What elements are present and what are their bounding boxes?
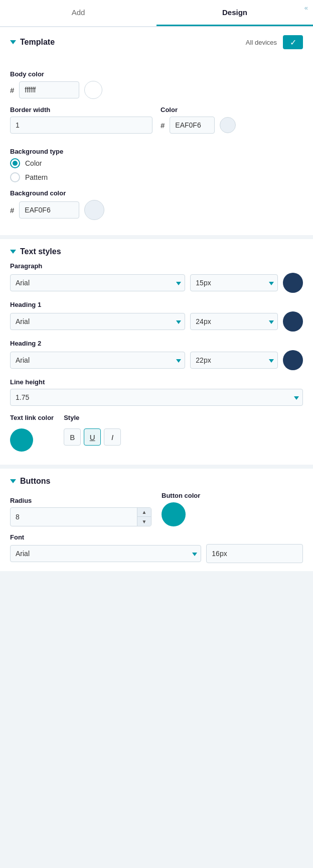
bg-type-color-label: Color bbox=[25, 159, 42, 167]
radius-down-button[interactable]: ▼ bbox=[137, 517, 151, 526]
paragraph-style-row: Arial 15px bbox=[10, 273, 303, 293]
heading1-font-select[interactable]: Arial bbox=[10, 313, 185, 330]
bg-type-pattern-label: Pattern bbox=[25, 173, 48, 181]
button-color-swatch[interactable] bbox=[162, 502, 186, 526]
text-styles-title-left: Text styles bbox=[10, 247, 61, 256]
border-color-hash: # bbox=[161, 121, 165, 130]
radius-stepper-btns: ▲ ▼ bbox=[137, 508, 151, 526]
border-width-input[interactable] bbox=[10, 117, 152, 134]
bg-type-color-option[interactable]: Color bbox=[10, 158, 303, 168]
border-color-swatch[interactable] bbox=[220, 117, 236, 133]
heading2-font-wrapper: Arial bbox=[10, 352, 185, 369]
style-label: Style bbox=[64, 414, 121, 421]
template-section-header: Template All devices ✓ bbox=[10, 35, 303, 49]
bg-type-color-radio[interactable] bbox=[10, 158, 20, 168]
body-color-swatch[interactable] bbox=[84, 81, 102, 99]
back-button[interactable]: « bbox=[299, 0, 313, 16]
template-title: Template bbox=[20, 38, 55, 47]
bg-type-radio-group: Color Pattern bbox=[10, 158, 303, 182]
font-select-wrapper: Arial bbox=[10, 545, 201, 562]
tab-add[interactable]: Add bbox=[0, 0, 156, 26]
body-color-input[interactable] bbox=[19, 81, 79, 98]
border-color-col: Color # bbox=[161, 106, 303, 141]
buttons-chevron-icon[interactable] bbox=[10, 479, 16, 483]
font-size-row: Arial ▲ ▼ bbox=[10, 544, 303, 563]
heading1-size-wrapper: 24px bbox=[190, 313, 278, 330]
radius-up-button[interactable]: ▲ bbox=[137, 508, 151, 517]
text-link-label: Text link color bbox=[10, 414, 54, 421]
paragraph-color-swatch[interactable] bbox=[283, 273, 303, 293]
text-styles-chevron-icon[interactable] bbox=[10, 250, 16, 254]
bg-color-input[interactable] bbox=[19, 201, 79, 219]
template-section: Template All devices ✓ Body color # bbox=[0, 27, 313, 235]
paragraph-font-select[interactable]: Arial bbox=[10, 274, 185, 291]
bg-color-hash: # bbox=[10, 206, 14, 214]
font-select[interactable]: Arial bbox=[10, 545, 201, 562]
paragraph-size-select[interactable]: 15px bbox=[190, 274, 278, 291]
devices-toggle: All devices ✓ bbox=[246, 35, 303, 49]
heading2-label: Heading 2 bbox=[10, 340, 303, 347]
paragraph-label: Paragraph bbox=[10, 262, 303, 270]
paragraph-font-wrapper: Arial bbox=[10, 274, 185, 291]
tab-design[interactable]: Design bbox=[156, 0, 313, 26]
text-styles-title: Text styles bbox=[20, 247, 61, 256]
bg-type-pattern-option[interactable]: Pattern bbox=[10, 172, 303, 182]
text-styles-section: Text styles Paragraph Arial 15px Heading… bbox=[0, 239, 313, 465]
body-color-label: Body color bbox=[10, 70, 303, 78]
template-chevron-icon[interactable] bbox=[10, 40, 16, 44]
font-size-input[interactable] bbox=[207, 545, 303, 563]
heading2-size-select[interactable]: 22px bbox=[190, 352, 278, 369]
buttons-section: Buttons Radius ▲ ▼ Button color Font Ari… bbox=[0, 469, 313, 571]
border-color-input[interactable] bbox=[170, 117, 215, 134]
heading1-color-swatch[interactable] bbox=[283, 311, 303, 332]
color-label: Color bbox=[161, 106, 303, 114]
radius-input[interactable] bbox=[11, 508, 137, 526]
line-height-wrapper: 1.75 bbox=[10, 389, 303, 406]
border-color-row: Border width Color # bbox=[10, 106, 303, 141]
text-style-col: Style B U I bbox=[64, 414, 121, 446]
radius-stepper: ▲ ▼ bbox=[10, 507, 151, 526]
bg-color-label: Background color bbox=[10, 189, 303, 197]
heading2-color-swatch[interactable] bbox=[283, 350, 303, 370]
heading1-size-select[interactable]: 24px bbox=[190, 313, 278, 330]
radius-col: Radius ▲ ▼ bbox=[10, 497, 151, 526]
underline-label: U bbox=[90, 433, 95, 442]
bold-button[interactable]: B bbox=[64, 428, 81, 446]
heading2-size-wrapper: 22px bbox=[190, 352, 278, 369]
heading1-style-row: Arial 24px bbox=[10, 311, 303, 332]
bg-type-pattern-radio[interactable] bbox=[10, 172, 20, 182]
heading1-font-wrapper: Arial bbox=[10, 313, 185, 330]
buttons-title: Buttons bbox=[20, 477, 50, 486]
devices-label: All devices bbox=[246, 39, 277, 46]
italic-label: I bbox=[111, 433, 113, 442]
device-icons-row bbox=[10, 55, 303, 63]
heading2-font-select[interactable]: Arial bbox=[10, 352, 185, 369]
paragraph-size-wrapper: 15px bbox=[190, 274, 278, 291]
radius-label: Radius bbox=[10, 497, 151, 504]
buttons-section-header: Buttons bbox=[10, 477, 303, 486]
body-color-hash: # bbox=[10, 86, 14, 94]
radius-color-row: Radius ▲ ▼ Button color bbox=[10, 492, 303, 526]
devices-toggle-button[interactable]: ✓ bbox=[283, 35, 303, 49]
template-title-left: Template bbox=[10, 38, 55, 47]
border-color-input-row: # bbox=[161, 117, 303, 134]
line-height-select[interactable]: 1.75 bbox=[10, 389, 303, 406]
bg-color-swatch[interactable] bbox=[84, 200, 104, 220]
link-color-swatch[interactable] bbox=[10, 428, 33, 452]
font-label: Font bbox=[10, 533, 303, 541]
underline-button[interactable]: U bbox=[84, 428, 101, 446]
border-width-col: Border width bbox=[10, 106, 152, 141]
link-style-row: Text link color Style B U I bbox=[10, 414, 303, 452]
text-styles-header: Text styles bbox=[10, 247, 303, 256]
top-nav: Add Design « bbox=[0, 0, 313, 27]
style-buttons-row: B U I bbox=[64, 428, 121, 446]
bg-color-row: # bbox=[10, 200, 303, 220]
body-color-row: # bbox=[10, 81, 303, 99]
font-size-stepper: ▲ ▼ bbox=[206, 544, 303, 563]
heading1-label: Heading 1 bbox=[10, 301, 303, 308]
bg-type-label: Background type bbox=[10, 148, 303, 155]
italic-button[interactable]: I bbox=[104, 428, 121, 446]
border-width-label: Border width bbox=[10, 106, 152, 114]
buttons-title-left: Buttons bbox=[10, 477, 50, 486]
button-color-label: Button color bbox=[162, 492, 303, 499]
